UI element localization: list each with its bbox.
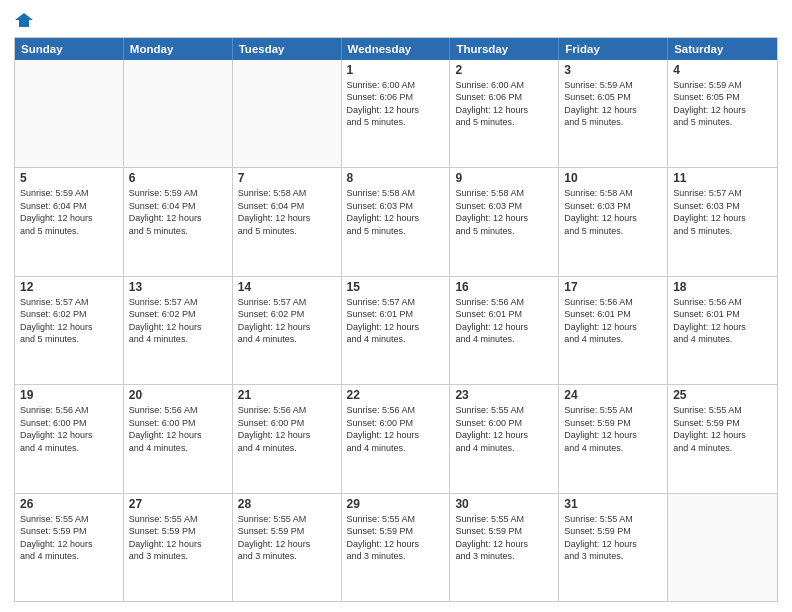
day-number: 12 [20,280,118,294]
day-info: Sunrise: 5:57 AMSunset: 6:02 PMDaylight:… [20,296,118,346]
day-cell-21: 21Sunrise: 5:56 AMSunset: 6:00 PMDayligh… [233,385,342,492]
day-info: Sunrise: 5:58 AMSunset: 6:03 PMDaylight:… [564,187,662,237]
day-cell-12: 12Sunrise: 5:57 AMSunset: 6:02 PMDayligh… [15,277,124,384]
logo [14,10,33,29]
day-info: Sunrise: 5:55 AMSunset: 5:59 PMDaylight:… [20,513,118,563]
day-cell-30: 30Sunrise: 5:55 AMSunset: 5:59 PMDayligh… [450,494,559,601]
day-cell-7: 7Sunrise: 5:58 AMSunset: 6:04 PMDaylight… [233,168,342,275]
day-info: Sunrise: 5:57 AMSunset: 6:02 PMDaylight:… [238,296,336,346]
day-number: 10 [564,171,662,185]
day-number: 15 [347,280,445,294]
calendar-header: SundayMondayTuesdayWednesdayThursdayFrid… [15,38,777,60]
weekday-header-monday: Monday [124,38,233,60]
day-cell-5: 5Sunrise: 5:59 AMSunset: 6:04 PMDaylight… [15,168,124,275]
day-info: Sunrise: 5:57 AMSunset: 6:02 PMDaylight:… [129,296,227,346]
day-number: 7 [238,171,336,185]
day-cell-23: 23Sunrise: 5:55 AMSunset: 6:00 PMDayligh… [450,385,559,492]
day-info: Sunrise: 5:57 AMSunset: 6:03 PMDaylight:… [673,187,772,237]
weekday-header-sunday: Sunday [15,38,124,60]
day-number: 25 [673,388,772,402]
empty-cell [124,60,233,167]
calendar: SundayMondayTuesdayWednesdayThursdayFrid… [14,37,778,602]
day-cell-20: 20Sunrise: 5:56 AMSunset: 6:00 PMDayligh… [124,385,233,492]
day-number: 29 [347,497,445,511]
day-info: Sunrise: 5:55 AMSunset: 5:59 PMDaylight:… [347,513,445,563]
day-number: 8 [347,171,445,185]
logo-icon [15,13,33,27]
day-cell-1: 1Sunrise: 6:00 AMSunset: 6:06 PMDaylight… [342,60,451,167]
weekday-header-saturday: Saturday [668,38,777,60]
day-number: 30 [455,497,553,511]
day-number: 28 [238,497,336,511]
header [14,10,778,29]
day-cell-9: 9Sunrise: 5:58 AMSunset: 6:03 PMDaylight… [450,168,559,275]
day-cell-17: 17Sunrise: 5:56 AMSunset: 6:01 PMDayligh… [559,277,668,384]
day-info: Sunrise: 5:58 AMSunset: 6:03 PMDaylight:… [347,187,445,237]
day-cell-18: 18Sunrise: 5:56 AMSunset: 6:01 PMDayligh… [668,277,777,384]
day-cell-19: 19Sunrise: 5:56 AMSunset: 6:00 PMDayligh… [15,385,124,492]
day-cell-16: 16Sunrise: 5:56 AMSunset: 6:01 PMDayligh… [450,277,559,384]
empty-cell [233,60,342,167]
day-info: Sunrise: 5:55 AMSunset: 5:59 PMDaylight:… [673,404,772,454]
day-number: 13 [129,280,227,294]
day-cell-14: 14Sunrise: 5:57 AMSunset: 6:02 PMDayligh… [233,277,342,384]
day-info: Sunrise: 5:59 AMSunset: 6:05 PMDaylight:… [564,79,662,129]
day-number: 18 [673,280,772,294]
day-number: 1 [347,63,445,77]
day-info: Sunrise: 5:56 AMSunset: 6:00 PMDaylight:… [347,404,445,454]
day-cell-6: 6Sunrise: 5:59 AMSunset: 6:04 PMDaylight… [124,168,233,275]
day-number: 19 [20,388,118,402]
day-info: Sunrise: 5:56 AMSunset: 6:00 PMDaylight:… [129,404,227,454]
day-cell-22: 22Sunrise: 5:56 AMSunset: 6:00 PMDayligh… [342,385,451,492]
day-info: Sunrise: 5:55 AMSunset: 5:59 PMDaylight:… [564,513,662,563]
day-number: 27 [129,497,227,511]
day-number: 20 [129,388,227,402]
week-row-1: 1Sunrise: 6:00 AMSunset: 6:06 PMDaylight… [15,60,777,168]
day-number: 11 [673,171,772,185]
day-info: Sunrise: 5:59 AMSunset: 6:05 PMDaylight:… [673,79,772,129]
day-info: Sunrise: 5:58 AMSunset: 6:03 PMDaylight:… [455,187,553,237]
day-number: 9 [455,171,553,185]
day-info: Sunrise: 5:59 AMSunset: 6:04 PMDaylight:… [20,187,118,237]
day-info: Sunrise: 5:55 AMSunset: 5:59 PMDaylight:… [564,404,662,454]
day-cell-31: 31Sunrise: 5:55 AMSunset: 5:59 PMDayligh… [559,494,668,601]
day-number: 31 [564,497,662,511]
day-number: 3 [564,63,662,77]
day-info: Sunrise: 6:00 AMSunset: 6:06 PMDaylight:… [455,79,553,129]
day-info: Sunrise: 5:56 AMSunset: 6:00 PMDaylight:… [238,404,336,454]
day-number: 4 [673,63,772,77]
day-info: Sunrise: 5:55 AMSunset: 5:59 PMDaylight:… [455,513,553,563]
day-cell-29: 29Sunrise: 5:55 AMSunset: 5:59 PMDayligh… [342,494,451,601]
day-cell-3: 3Sunrise: 5:59 AMSunset: 6:05 PMDaylight… [559,60,668,167]
day-cell-2: 2Sunrise: 6:00 AMSunset: 6:06 PMDaylight… [450,60,559,167]
empty-cell [15,60,124,167]
weekday-header-wednesday: Wednesday [342,38,451,60]
day-info: Sunrise: 5:58 AMSunset: 6:04 PMDaylight:… [238,187,336,237]
day-info: Sunrise: 6:00 AMSunset: 6:06 PMDaylight:… [347,79,445,129]
week-row-4: 19Sunrise: 5:56 AMSunset: 6:00 PMDayligh… [15,385,777,493]
calendar-body: 1Sunrise: 6:00 AMSunset: 6:06 PMDaylight… [15,60,777,601]
day-number: 5 [20,171,118,185]
day-number: 22 [347,388,445,402]
day-info: Sunrise: 5:56 AMSunset: 6:01 PMDaylight:… [455,296,553,346]
day-info: Sunrise: 5:59 AMSunset: 6:04 PMDaylight:… [129,187,227,237]
day-cell-13: 13Sunrise: 5:57 AMSunset: 6:02 PMDayligh… [124,277,233,384]
day-cell-10: 10Sunrise: 5:58 AMSunset: 6:03 PMDayligh… [559,168,668,275]
day-cell-26: 26Sunrise: 5:55 AMSunset: 5:59 PMDayligh… [15,494,124,601]
day-cell-27: 27Sunrise: 5:55 AMSunset: 5:59 PMDayligh… [124,494,233,601]
day-cell-24: 24Sunrise: 5:55 AMSunset: 5:59 PMDayligh… [559,385,668,492]
day-info: Sunrise: 5:56 AMSunset: 6:00 PMDaylight:… [20,404,118,454]
day-info: Sunrise: 5:55 AMSunset: 5:59 PMDaylight:… [238,513,336,563]
day-number: 17 [564,280,662,294]
day-number: 2 [455,63,553,77]
day-cell-25: 25Sunrise: 5:55 AMSunset: 5:59 PMDayligh… [668,385,777,492]
day-number: 24 [564,388,662,402]
day-cell-15: 15Sunrise: 5:57 AMSunset: 6:01 PMDayligh… [342,277,451,384]
day-number: 14 [238,280,336,294]
day-number: 26 [20,497,118,511]
day-info: Sunrise: 5:55 AMSunset: 5:59 PMDaylight:… [129,513,227,563]
week-row-2: 5Sunrise: 5:59 AMSunset: 6:04 PMDaylight… [15,168,777,276]
weekday-header-tuesday: Tuesday [233,38,342,60]
day-number: 16 [455,280,553,294]
day-cell-28: 28Sunrise: 5:55 AMSunset: 5:59 PMDayligh… [233,494,342,601]
